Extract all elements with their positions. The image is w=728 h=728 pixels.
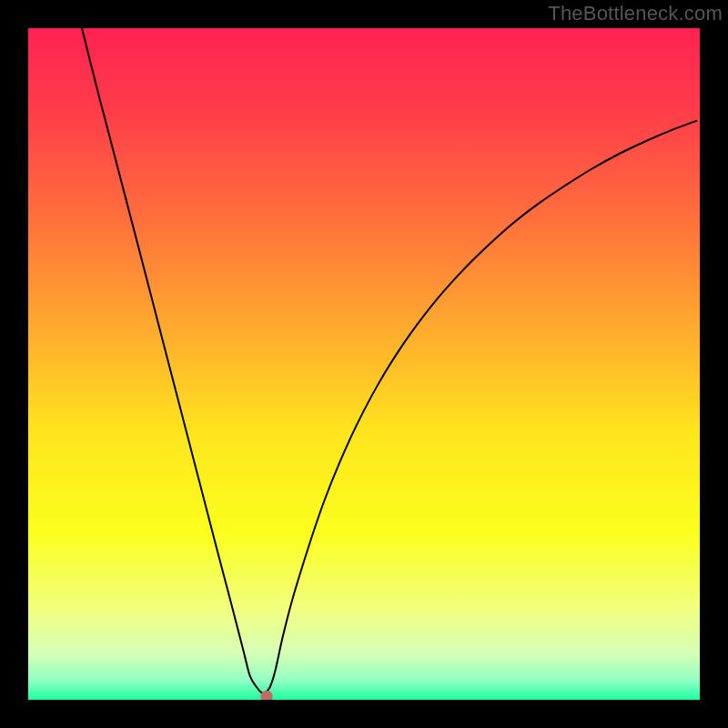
chart-svg <box>28 28 700 700</box>
watermark-text: TheBottleneck.com <box>548 2 723 25</box>
plot-area <box>28 28 700 700</box>
gradient-background <box>28 28 700 700</box>
chart-frame: TheBottleneck.com <box>0 0 728 728</box>
